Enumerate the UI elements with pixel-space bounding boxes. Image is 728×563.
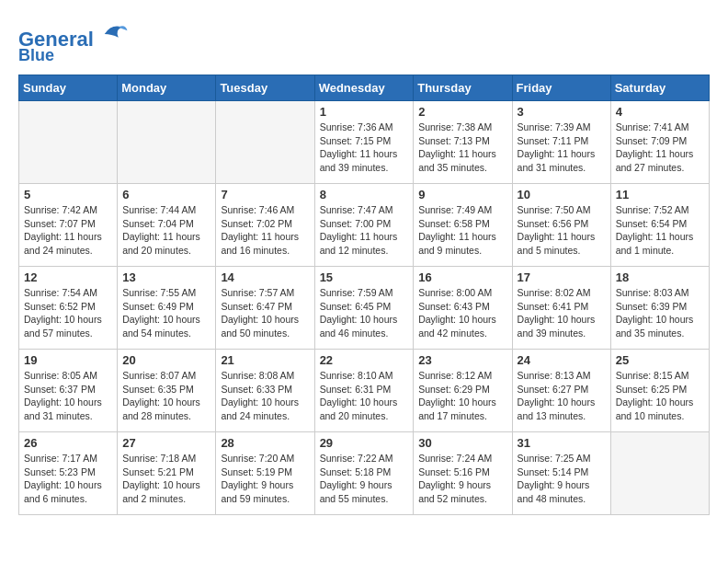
weekday-header-monday: Monday <box>118 75 216 100</box>
calendar-cell <box>19 100 118 183</box>
calendar-cell: 23Sunrise: 8:12 AM Sunset: 6:29 PM Dayli… <box>414 349 512 431</box>
day-number: 28 <box>221 436 309 450</box>
day-info: Sunrise: 8:13 AM Sunset: 6:27 PM Dayligh… <box>518 369 606 423</box>
day-info: Sunrise: 7:52 AM Sunset: 6:54 PM Dayligh… <box>616 203 704 258</box>
day-info: Sunrise: 7:41 AM Sunset: 7:09 PM Dayligh… <box>616 121 704 175</box>
calendar-cell <box>216 100 314 183</box>
weekday-header-saturday: Saturday <box>610 75 709 100</box>
logo: General Blue <box>18 18 129 65</box>
calendar-cell: 8Sunrise: 7:47 AM Sunset: 7:00 PM Daylig… <box>314 183 414 266</box>
day-info: Sunrise: 8:00 AM Sunset: 6:43 PM Dayligh… <box>418 286 506 340</box>
day-number: 20 <box>122 353 210 367</box>
day-number: 31 <box>518 436 606 450</box>
calendar-cell: 17Sunrise: 8:02 AM Sunset: 6:41 PM Dayli… <box>512 266 610 349</box>
day-number: 10 <box>518 188 606 201</box>
calendar-cell: 25Sunrise: 8:15 AM Sunset: 6:25 PM Dayli… <box>610 349 709 431</box>
calendar-cell: 11Sunrise: 7:52 AM Sunset: 6:54 PM Dayli… <box>610 183 709 266</box>
calendar-cell: 4Sunrise: 7:41 AM Sunset: 7:09 PM Daylig… <box>610 100 709 183</box>
day-info: Sunrise: 7:59 AM Sunset: 6:45 PM Dayligh… <box>320 286 409 340</box>
day-info: Sunrise: 7:44 AM Sunset: 7:04 PM Dayligh… <box>122 203 210 258</box>
day-info: Sunrise: 7:20 AM Sunset: 5:19 PM Dayligh… <box>221 452 309 506</box>
day-number: 8 <box>320 188 409 201</box>
day-info: Sunrise: 8:10 AM Sunset: 6:31 PM Dayligh… <box>320 369 409 423</box>
day-info: Sunrise: 7:54 AM Sunset: 6:52 PM Dayligh… <box>24 286 112 340</box>
calendar-cell: 3Sunrise: 7:39 AM Sunset: 7:11 PM Daylig… <box>512 100 610 183</box>
day-info: Sunrise: 7:42 AM Sunset: 7:07 PM Dayligh… <box>24 203 112 258</box>
day-info: Sunrise: 8:05 AM Sunset: 6:37 PM Dayligh… <box>24 369 112 423</box>
calendar-cell: 20Sunrise: 8:07 AM Sunset: 6:35 PM Dayli… <box>118 349 216 431</box>
calendar-week-5: 26Sunrise: 7:17 AM Sunset: 5:23 PM Dayli… <box>19 431 710 514</box>
day-number: 7 <box>221 188 309 201</box>
day-info: Sunrise: 7:47 AM Sunset: 7:00 PM Dayligh… <box>320 203 409 258</box>
calendar-cell: 10Sunrise: 7:50 AM Sunset: 6:56 PM Dayli… <box>512 183 610 266</box>
calendar-cell: 30Sunrise: 7:24 AM Sunset: 5:16 PM Dayli… <box>414 431 512 514</box>
day-number: 27 <box>122 436 210 450</box>
day-info: Sunrise: 7:22 AM Sunset: 5:18 PM Dayligh… <box>320 452 409 506</box>
calendar-cell: 21Sunrise: 8:08 AM Sunset: 6:33 PM Dayli… <box>216 349 314 431</box>
day-number: 24 <box>518 353 606 367</box>
calendar-cell: 31Sunrise: 7:25 AM Sunset: 5:14 PM Dayli… <box>512 431 610 514</box>
weekday-header-thursday: Thursday <box>414 75 512 100</box>
weekday-header-tuesday: Tuesday <box>216 75 314 100</box>
day-number: 5 <box>24 188 112 201</box>
day-number: 13 <box>122 270 210 284</box>
calendar-cell: 14Sunrise: 7:57 AM Sunset: 6:47 PM Dayli… <box>216 266 314 349</box>
calendar-cell: 7Sunrise: 7:46 AM Sunset: 7:02 PM Daylig… <box>216 183 314 266</box>
day-number: 12 <box>24 270 112 284</box>
calendar-cell: 6Sunrise: 7:44 AM Sunset: 7:04 PM Daylig… <box>118 183 216 266</box>
day-number: 22 <box>320 353 409 367</box>
calendar-cell <box>118 100 216 183</box>
calendar-week-2: 5Sunrise: 7:42 AM Sunset: 7:07 PM Daylig… <box>19 183 710 266</box>
day-info: Sunrise: 7:18 AM Sunset: 5:21 PM Dayligh… <box>122 452 210 506</box>
day-number: 25 <box>616 353 704 367</box>
day-number: 16 <box>418 270 506 284</box>
day-number: 14 <box>221 270 309 284</box>
calendar-week-4: 19Sunrise: 8:05 AM Sunset: 6:37 PM Dayli… <box>19 349 710 431</box>
day-number: 19 <box>24 353 112 367</box>
day-info: Sunrise: 7:25 AM Sunset: 5:14 PM Dayligh… <box>518 452 606 506</box>
page-header: General Blue <box>18 18 710 65</box>
day-number: 29 <box>320 436 409 450</box>
day-info: Sunrise: 7:49 AM Sunset: 6:58 PM Dayligh… <box>418 203 506 258</box>
day-info: Sunrise: 8:08 AM Sunset: 6:33 PM Dayligh… <box>221 369 309 423</box>
day-number: 9 <box>418 188 506 201</box>
day-number: 23 <box>418 353 506 367</box>
day-info: Sunrise: 7:57 AM Sunset: 6:47 PM Dayligh… <box>221 286 309 340</box>
calendar-cell: 16Sunrise: 8:00 AM Sunset: 6:43 PM Dayli… <box>414 266 512 349</box>
day-info: Sunrise: 7:55 AM Sunset: 6:49 PM Dayligh… <box>122 286 210 340</box>
day-number: 15 <box>320 270 409 284</box>
calendar-cell: 26Sunrise: 7:17 AM Sunset: 5:23 PM Dayli… <box>19 431 118 514</box>
calendar-cell: 19Sunrise: 8:05 AM Sunset: 6:37 PM Dayli… <box>19 349 118 431</box>
calendar-cell <box>610 431 709 514</box>
day-number: 30 <box>418 436 506 450</box>
day-info: Sunrise: 8:03 AM Sunset: 6:39 PM Dayligh… <box>616 286 704 340</box>
calendar-cell: 9Sunrise: 7:49 AM Sunset: 6:58 PM Daylig… <box>414 183 512 266</box>
calendar-cell: 28Sunrise: 7:20 AM Sunset: 5:19 PM Dayli… <box>216 431 314 514</box>
day-info: Sunrise: 7:17 AM Sunset: 5:23 PM Dayligh… <box>24 452 112 506</box>
day-info: Sunrise: 7:50 AM Sunset: 6:56 PM Dayligh… <box>518 203 606 258</box>
day-number: 11 <box>616 188 704 201</box>
day-info: Sunrise: 8:12 AM Sunset: 6:29 PM Dayligh… <box>418 369 506 423</box>
day-info: Sunrise: 8:02 AM Sunset: 6:41 PM Dayligh… <box>518 286 606 340</box>
day-info: Sunrise: 7:36 AM Sunset: 7:15 PM Dayligh… <box>320 121 409 175</box>
day-info: Sunrise: 7:46 AM Sunset: 7:02 PM Dayligh… <box>221 203 309 258</box>
calendar-cell: 1Sunrise: 7:36 AM Sunset: 7:15 PM Daylig… <box>314 100 414 183</box>
day-number: 2 <box>418 105 506 119</box>
calendar-cell: 13Sunrise: 7:55 AM Sunset: 6:49 PM Dayli… <box>118 266 216 349</box>
calendar-cell: 12Sunrise: 7:54 AM Sunset: 6:52 PM Dayli… <box>19 266 118 349</box>
day-number: 6 <box>122 188 210 201</box>
calendar-cell: 15Sunrise: 7:59 AM Sunset: 6:45 PM Dayli… <box>314 266 414 349</box>
calendar-cell: 2Sunrise: 7:38 AM Sunset: 7:13 PM Daylig… <box>414 100 512 183</box>
day-info: Sunrise: 8:15 AM Sunset: 6:25 PM Dayligh… <box>616 369 704 423</box>
calendar-cell: 29Sunrise: 7:22 AM Sunset: 5:18 PM Dayli… <box>314 431 414 514</box>
day-info: Sunrise: 7:24 AM Sunset: 5:16 PM Dayligh… <box>418 452 506 506</box>
calendar-week-3: 12Sunrise: 7:54 AM Sunset: 6:52 PM Dayli… <box>19 266 710 349</box>
day-number: 26 <box>24 436 112 450</box>
day-number: 18 <box>616 270 704 284</box>
day-info: Sunrise: 7:39 AM Sunset: 7:11 PM Dayligh… <box>518 121 606 175</box>
calendar-table: SundayMondayTuesdayWednesdayThursdayFrid… <box>18 75 710 515</box>
day-number: 21 <box>221 353 309 367</box>
weekday-header-friday: Friday <box>512 75 610 100</box>
calendar-header-row: SundayMondayTuesdayWednesdayThursdayFrid… <box>19 75 710 100</box>
weekday-header-wednesday: Wednesday <box>314 75 414 100</box>
